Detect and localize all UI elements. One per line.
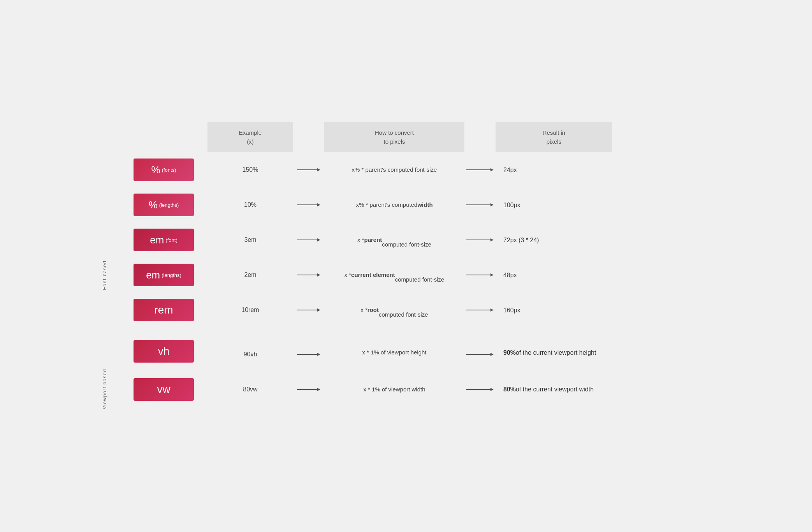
arrow1-vw [293, 369, 324, 409]
header-empty-2 [130, 122, 207, 152]
header-result: Result inpixels [496, 122, 612, 152]
arrow2-svg [466, 202, 494, 208]
result-rem: 160px [496, 292, 612, 328]
badge-em-font: em (font) [134, 229, 194, 251]
svg-marker-17 [317, 308, 320, 312]
header-empty-1 [98, 122, 130, 152]
svg-marker-23 [490, 353, 494, 356]
convert-rem: x * rootcomputed font-size [324, 292, 464, 328]
bracket-fontbased-end [98, 292, 130, 328]
svg-marker-21 [317, 353, 320, 356]
arrow1-rem [293, 292, 324, 328]
svg-marker-15 [490, 273, 494, 277]
bracket-viewport-mid: Viewport-based [98, 369, 130, 409]
svg-marker-11 [490, 238, 494, 241]
badge-percent-lengths: % (lengths) [134, 194, 194, 216]
arrow2-rem [464, 292, 496, 328]
arrow2-percent-lengths [464, 187, 496, 222]
unit-vh: vh [130, 328, 207, 369]
arrow-svg [297, 202, 320, 208]
result-em-lengths: 48px [496, 257, 612, 292]
svg-marker-19 [490, 308, 494, 312]
svg-marker-3 [490, 168, 494, 171]
example-em-lengths: 2em [207, 257, 293, 292]
viewport-based-label: Viewport-based [102, 369, 107, 409]
unit-percent-fonts: % (fonts) [130, 152, 207, 187]
bracket-viewport-top [98, 328, 130, 369]
badge-vw: vw [134, 378, 194, 401]
arrow2-vw [464, 369, 496, 409]
svg-marker-5 [317, 203, 320, 206]
badge-percent-fonts: % (fonts) [134, 159, 194, 181]
arrow2-line-svg [466, 167, 494, 173]
css-units-table: Example(x) How to convertto pixels Resul… [98, 122, 714, 409]
arrow-line-svg [297, 167, 320, 173]
example-rem: 10rem [207, 292, 293, 328]
arrow2-percent-fonts [464, 152, 496, 187]
header-empty-4 [464, 122, 496, 152]
badge-rem: rem [134, 299, 194, 321]
convert-vw: x * 1% of viewport width [324, 369, 464, 409]
header-convert: How to convertto pixels [324, 122, 464, 152]
result-vw: 80% of the current viewport width [496, 369, 612, 409]
bracket-fontbased-mid: Font-based [98, 257, 130, 292]
svg-marker-27 [490, 388, 494, 391]
arrow1-percent-lengths [293, 187, 324, 222]
arrow1-vh [293, 328, 324, 369]
example-em-font: 3em [207, 222, 293, 257]
result-em-font: 72px (3 * 24) [496, 222, 612, 257]
arrow2-em-lengths [464, 257, 496, 292]
convert-em-font: x * parentcomputed font-size [324, 222, 464, 257]
svg-marker-7 [490, 203, 494, 206]
arrow1-em-lengths [293, 257, 324, 292]
svg-marker-9 [317, 238, 320, 241]
svg-marker-25 [317, 388, 320, 391]
example-percent-fonts: 150% [207, 152, 293, 187]
convert-em-lengths: x * current elementcomputed font-size [324, 257, 464, 292]
example-vh: 90vh [207, 328, 293, 369]
convert-vh: x * 1% of viewport height [324, 328, 464, 369]
example-percent-lengths: 10% [207, 187, 293, 222]
header-example: Example(x) [207, 122, 293, 152]
unit-em-font: em (font) [130, 222, 207, 257]
svg-marker-13 [317, 273, 320, 277]
arrow2-vh [464, 328, 496, 369]
arrow1-percent-fonts [293, 152, 324, 187]
bracket-fontbased-start [98, 222, 130, 257]
unit-percent-lengths: % (lengths) [130, 187, 207, 222]
example-vw: 80vw [207, 369, 293, 409]
svg-marker-1 [317, 168, 320, 171]
arrow2-em-font [464, 222, 496, 257]
unit-em-lengths: em (lengths) [130, 257, 207, 292]
font-based-label: Font-based [102, 261, 107, 290]
arrow1-em-font [293, 222, 324, 257]
convert-percent-fonts: x% * parent's computed font-size [324, 152, 464, 187]
header-empty-3 [293, 122, 324, 152]
badge-em-lengths: em (lengths) [134, 264, 194, 286]
convert-percent-lengths: x% * parent's computed width [324, 187, 464, 222]
group-fontbased-2 [98, 187, 130, 222]
result-percent-fonts: 24px [496, 152, 612, 187]
unit-rem: rem [130, 292, 207, 328]
result-vh: 90% of the current viewport height [496, 328, 612, 369]
badge-vh: vh [134, 340, 194, 363]
group-fontbased-1 [98, 152, 130, 187]
result-percent-lengths: 100px [496, 187, 612, 222]
unit-vw: vw [130, 369, 207, 409]
main-container: Example(x) How to convertto pixels Resul… [75, 107, 737, 425]
